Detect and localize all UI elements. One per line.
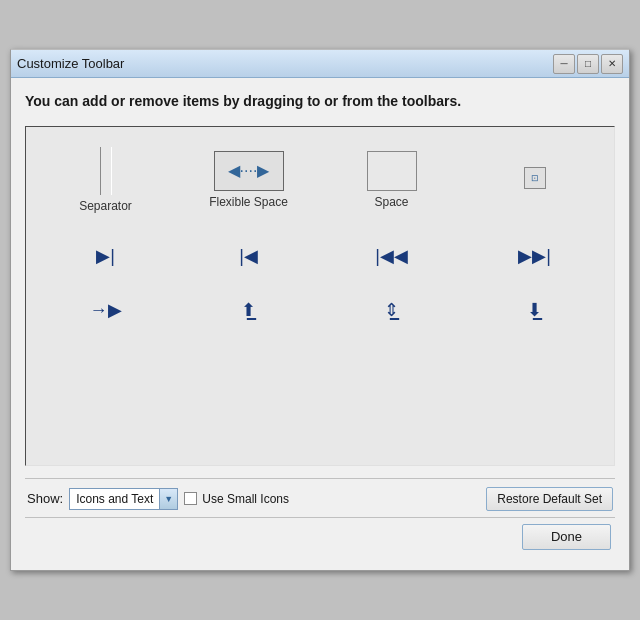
space-icon <box>367 151 417 191</box>
separator-item[interactable]: Separator <box>66 147 146 213</box>
bottom-bar: Show: Icons and Text ▼ Use Small Icons R… <box>25 478 615 515</box>
align-center-item[interactable]: ⇕̲ <box>352 299 432 321</box>
toolbar-row-1: Separator ◀····▶ Flexible Space Space <box>34 139 606 221</box>
align-bottom-icon: ⬇︎̲ <box>527 299 542 321</box>
step-back-item[interactable]: |◀ <box>209 245 289 267</box>
forward-icon: →▶ <box>90 299 122 321</box>
skip-back-item[interactable]: |◀◀ <box>352 245 432 267</box>
window-content: You can add or remove items by dragging … <box>11 78 629 570</box>
skip-to-end-icon: ▶| <box>96 245 115 267</box>
align-bottom-item[interactable]: ⬇︎̲ <box>495 299 575 321</box>
step-back-icon-wrapper: |◀ <box>239 245 258 267</box>
dropdown-arrow-icon[interactable]: ▼ <box>159 489 177 509</box>
custom-item[interactable]: ⊡ <box>495 167 575 193</box>
space-icon-wrapper <box>367 151 417 191</box>
custom-icon-wrapper: ⊡ <box>524 167 546 189</box>
show-dropdown[interactable]: Icons and Text ▼ <box>69 488 178 510</box>
separator-label: Separator <box>79 199 132 213</box>
toolbar-area: Separator ◀····▶ Flexible Space Space <box>25 126 615 466</box>
done-bar: Done <box>25 517 615 556</box>
small-icons-label: Use Small Icons <box>202 492 289 506</box>
skip-forward-icon: ▶▶| <box>518 245 551 267</box>
skip-to-end-item[interactable]: ▶| <box>66 245 146 267</box>
restore-default-button[interactable]: Restore Default Set <box>486 487 613 511</box>
window-controls: ─ □ ✕ <box>553 54 623 74</box>
skip-back-icon-wrapper: |◀◀ <box>375 245 408 267</box>
step-back-icon: |◀ <box>239 245 258 267</box>
separator-icon-wrapper <box>100 147 112 195</box>
flexible-space-icon-wrapper: ◀····▶ <box>214 151 284 191</box>
skip-to-end-icon-wrapper: ▶| <box>96 245 115 267</box>
restore-window-button[interactable]: □ <box>577 54 599 74</box>
align-center-icon-wrapper: ⇕̲ <box>384 299 399 321</box>
window-title: Customize Toolbar <box>17 56 124 71</box>
forward-icon-wrapper: →▶ <box>90 299 122 321</box>
show-label: Show: <box>27 491 63 506</box>
skip-forward-icon-wrapper: ▶▶| <box>518 245 551 267</box>
flexible-space-label: Flexible Space <box>209 195 288 209</box>
align-bottom-icon-wrapper: ⬇︎̲ <box>527 299 542 321</box>
show-section: Show: Icons and Text ▼ Use Small Icons <box>27 488 289 510</box>
separator-icon <box>100 147 112 195</box>
customize-toolbar-window: Customize Toolbar ─ □ ✕ You can add or r… <box>10 49 630 571</box>
title-bar: Customize Toolbar ─ □ ✕ <box>11 50 629 78</box>
close-button[interactable]: ✕ <box>601 54 623 74</box>
minimize-button[interactable]: ─ <box>553 54 575 74</box>
space-item[interactable]: Space <box>352 151 432 209</box>
align-top-icon-wrapper: ⬆︎̲ <box>241 299 256 321</box>
flexible-space-item[interactable]: ◀····▶ Flexible Space <box>209 151 289 209</box>
skip-forward-item[interactable]: ▶▶| <box>495 245 575 267</box>
space-label: Space <box>374 195 408 209</box>
small-icons-section: Use Small Icons <box>184 492 289 506</box>
custom-icon: ⊡ <box>524 167 546 189</box>
toolbar-row-2: ▶| |◀ |◀◀ ▶▶| <box>34 237 606 275</box>
toolbar-row-3: →▶ ⬆︎̲ ⇕̲ ⬇︎̲ <box>34 291 606 329</box>
skip-back-icon: |◀◀ <box>375 245 408 267</box>
align-top-item[interactable]: ⬆︎̲ <box>209 299 289 321</box>
align-center-icon: ⇕̲ <box>384 299 399 321</box>
flexible-space-icon: ◀····▶ <box>214 151 284 191</box>
small-icons-checkbox[interactable] <box>184 492 197 505</box>
show-dropdown-value: Icons and Text <box>70 489 159 509</box>
instruction-text: You can add or remove items by dragging … <box>25 92 615 112</box>
forward-item[interactable]: →▶ <box>66 299 146 321</box>
align-top-icon: ⬆︎̲ <box>241 299 256 321</box>
done-button[interactable]: Done <box>522 524 611 550</box>
